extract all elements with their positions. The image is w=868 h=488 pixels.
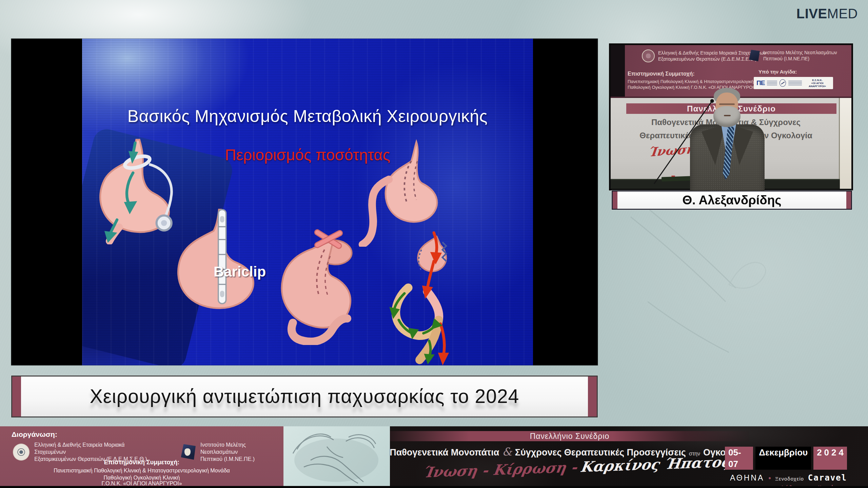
banner-org-imnepe: Ινστιτούτο Μελέτης Νεοπλασμάτων Πεπτικού… — [749, 49, 837, 62]
window-light-column — [839, 97, 851, 189]
footer-org1-line1: Ελληνική & Διεθνής Εταιρεία Μοριακά Στοχ… — [34, 441, 156, 455]
speaker-name-plate: Θ. Αλεξανδρίδης — [612, 190, 852, 210]
esnk-line1: Ε.Σ.Ν.Κ. — [812, 79, 823, 82]
aegis-logo-strip: ΠΕ Ε.Σ.Ν.Κ. «ΟΙ ΑΓΙΟΙ ΑΝΑΡΓΥΡΟΙ» — [754, 77, 833, 89]
footer-participation-line: Παθολογική Ογκολογική Κλινική — [0, 475, 283, 481]
congress-title-part1: Παθογενετικά Μονοπάτια — [390, 447, 499, 458]
livemed-med: MED — [827, 6, 858, 21]
presentation-stage: Βασικός Μηχανισμός Μεταβολική Χειρουργικ… — [11, 39, 598, 365]
footer-participation-line: Πανεπιστημιακή Παθολογική Κλινική & Ηπατ… — [0, 468, 283, 474]
venue-label: Ξενοδοχείο — [775, 476, 804, 482]
speaker-mouth — [724, 115, 731, 116]
livemed-live: LIVE — [796, 6, 827, 21]
org2-line2: Πεπτικού (Ι.Μ.ΝΕ.ΠΕ) — [763, 56, 837, 62]
footer-org2-line1: Ινστιτούτο Μελέτης Νεοπλασμάτων — [200, 441, 283, 455]
org2-line1: Ινστιτούτο Μελέτης Νεοπλασμάτων — [763, 49, 837, 56]
city-label: ΑΘΗΝΑ — [730, 473, 764, 483]
footer-banner: Διοργάνωση: Ελληνική & Διεθνής Εταιρεία … — [0, 426, 868, 488]
bariclip-label: Bariclip — [214, 264, 266, 280]
footer-artwork-sketch — [283, 426, 390, 486]
venue-row: ΑΘΗΝΑ • Ξενοδοχείο Caravel — [725, 473, 847, 483]
speaker — [690, 86, 765, 191]
imnepe-logo-icon — [181, 444, 196, 460]
stamp-logo-icon — [780, 79, 786, 87]
imnepe-logo-icon — [749, 50, 760, 61]
speaker-video-feed: Ελληνική & Διεθνής Εταιρεία Μοριακά Στοχ… — [609, 43, 853, 190]
tiny-text-lines — [788, 81, 802, 85]
livemed-logo: LIVEMED — [796, 6, 858, 21]
dot-separator-icon: • — [768, 474, 771, 483]
date-year-badge: 2024 — [813, 447, 847, 470]
date-badges: 05-07 Δεκεμβρίου 2024 — [725, 447, 847, 470]
esnk-line2: «ΟΙ ΑΓΙΟΙ ΑΝΑΡΓΥΡΟΙ» — [809, 82, 826, 88]
congress-band: Πανελλήνιο Συνέδριο — [390, 431, 749, 441]
footer-participation-label: Επιστημονική Συμμετοχή: — [0, 459, 283, 466]
bariclip-illustration — [159, 205, 268, 312]
banner-org-edemseth: Ελληνική & Διεθνής Εταιρεία Μοριακά Στοχ… — [642, 49, 766, 62]
footer-bottom-strip — [0, 486, 868, 488]
congress-script-maroon: Ίνωση - Κίρρωση - — [422, 459, 578, 481]
footer-congress-panel: Πανελλήνιο Συνέδριο Παθογενετικά Μονοπάτ… — [390, 426, 868, 486]
tiny-text-lines — [767, 81, 777, 85]
edemseth-logo-icon — [13, 444, 29, 461]
organizing-label: Διοργάνωση: — [12, 430, 57, 439]
speaker-name: Θ. Αλεξανδρίδης — [613, 191, 851, 209]
participation-line1: Πανεπιστημιακή Παθολογική Κλινική & Ηπατ… — [628, 79, 769, 84]
poster-script-word: Ίνωση — [648, 142, 696, 159]
date-month-badge: Δεκεμβρίου — [755, 447, 811, 470]
gastric-bypass-illustration — [380, 229, 475, 365]
background-figure-sketch — [627, 190, 865, 366]
date-range-badge: 05-07 — [725, 447, 753, 470]
speaker-beard — [713, 106, 741, 127]
congress-title-amp: & — [502, 445, 512, 458]
lecture-title-bar: Χειρουργική αντιμετώπιση παχυσαρκίας το … — [11, 375, 598, 418]
venue-name: Caravel — [808, 473, 847, 483]
aegis-label: Υπό την Αιγίδα: — [758, 69, 797, 75]
footer-organizers-panel: Διοργάνωση: Ελληνική & Διεθνής Εταιρεία … — [0, 426, 283, 486]
slide: Βασικός Μηχανισμός Μεταβολική Χειρουργικ… — [82, 39, 533, 365]
speaker-brow — [719, 103, 735, 105]
lecture-title: Χειρουργική αντιμετώπιση παχυσαρκίας το … — [12, 377, 597, 416]
footer-artwork — [283, 426, 390, 486]
slide-title: Βασικός Μηχανισμός Μεταβολική Χειρουργικ… — [82, 106, 533, 126]
video-left-black-edge — [611, 45, 625, 97]
edemseth-logo-icon — [642, 49, 655, 62]
participation-label: Επιστημονική Συμμετοχή: — [628, 71, 769, 77]
slide-subtitle: Περιορισμός ποσότητας — [82, 146, 533, 164]
gastric-plication-illustration — [265, 222, 367, 345]
congress-details: 05-07 Δεκεμβρίου 2024 ΑΘΗΝΑ • Ξενοδοχείο… — [725, 447, 847, 486]
